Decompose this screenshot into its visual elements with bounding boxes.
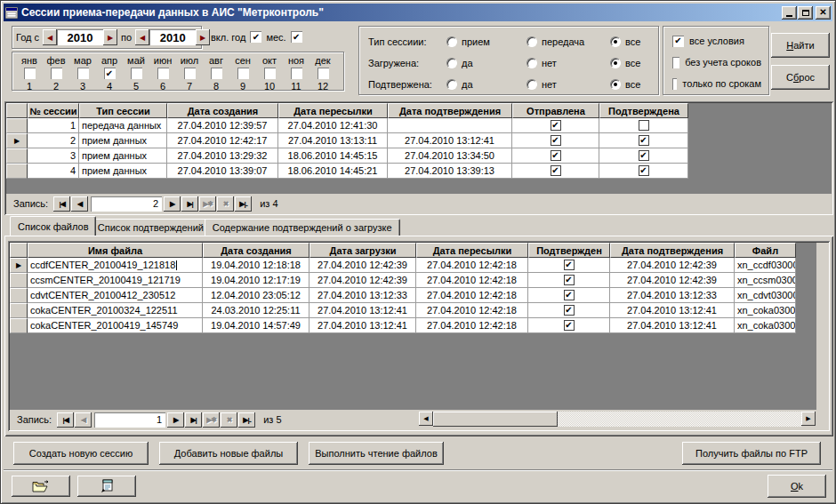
month-checkbox-3[interactable]: [77, 68, 89, 79]
radio-option[interactable]: нет: [527, 79, 557, 90]
checkbox-icon[interactable]: ✔: [639, 150, 649, 161]
column-header[interactable]: № сессии: [28, 103, 79, 118]
cell-checkbox[interactable]: ✔: [528, 258, 610, 273]
checkbox-icon[interactable]: ✔: [564, 260, 575, 270]
cell-checkbox[interactable]: ✔: [599, 133, 688, 148]
row-selector[interactable]: ▶: [6, 133, 28, 148]
tab-2[interactable]: Содержание подтверждений о загрузке: [205, 219, 400, 236]
nav-next-button[interactable]: ▶: [167, 412, 184, 428]
scrollbar-track[interactable]: [558, 412, 801, 427]
year-to-up-button[interactable]: ▶: [196, 29, 210, 45]
scrollbar-thumb[interactable]: [433, 412, 558, 427]
tab-1[interactable]: Список подтверждений: [90, 219, 212, 236]
cell-checkbox[interactable]: ✔: [528, 318, 610, 333]
incl-month-checkbox[interactable]: ✔: [291, 31, 302, 43]
month-checkbox-12[interactable]: [318, 68, 329, 79]
condition-checkbox-0[interactable]: ✔: [672, 36, 684, 47]
year-to-down-button[interactable]: ◀: [135, 29, 149, 45]
nav-next-button[interactable]: ▶: [164, 196, 181, 212]
row-selector[interactable]: ▶: [10, 258, 28, 273]
cell-checkbox[interactable]: ✔: [528, 288, 610, 303]
checkbox-icon[interactable]: ✔: [551, 165, 561, 176]
nav-last-button[interactable]: ▶|: [185, 412, 202, 428]
condition-checkbox-2[interactable]: [672, 78, 677, 90]
scroll-right-button[interactable]: ▶: [801, 412, 816, 426]
checkbox-icon[interactable]: ✔: [564, 305, 575, 316]
nav-prev-button[interactable]: ◀: [71, 196, 88, 212]
cell-checkbox[interactable]: ✔: [599, 148, 688, 164]
nav-first-button[interactable]: |◀: [53, 196, 70, 212]
radio-option[interactable]: прием: [446, 36, 490, 47]
create-session-button[interactable]: Создать новую сессию: [13, 442, 149, 465]
table-row[interactable]: cokaCENTER_20100419_14574919.04.2010 14:…: [10, 318, 796, 333]
radio-option[interactable]: все: [610, 36, 640, 47]
column-header[interactable]: Дата создания: [167, 103, 278, 118]
record-number-input[interactable]: 2: [91, 196, 162, 212]
checkbox-icon[interactable]: ✔: [564, 275, 575, 285]
checkbox-icon[interactable]: ✔: [551, 135, 561, 146]
cell-checkbox[interactable]: [599, 118, 688, 133]
month-checkbox-2[interactable]: [51, 68, 62, 79]
cell-checkbox[interactable]: ✔: [512, 164, 599, 179]
checkbox-icon[interactable]: ✔: [564, 320, 575, 331]
radio-option[interactable]: все: [610, 79, 640, 90]
cell-checkbox[interactable]: ✔: [599, 164, 688, 179]
radio-option[interactable]: передача: [527, 36, 584, 47]
year-from-down-button[interactable]: ◀: [43, 29, 57, 45]
checkbox-icon[interactable]: [639, 120, 649, 131]
tab-0[interactable]: Список файлов: [10, 216, 96, 236]
minimize-button[interactable]: [782, 6, 797, 20]
record-number-input[interactable]: 1: [94, 412, 165, 428]
radio-option[interactable]: нет: [527, 58, 557, 68]
checkbox-icon[interactable]: ✔: [639, 165, 649, 176]
month-checkbox-6[interactable]: [157, 68, 169, 79]
table-row[interactable]: cdvtCENTER_20100412_23051212.04.2010 23:…: [10, 288, 796, 303]
column-header[interactable]: Файл: [735, 243, 796, 258]
read-files-button[interactable]: Выполнить чтение файлов: [309, 442, 444, 465]
add-files-button[interactable]: Добавить новые файлы: [159, 442, 298, 465]
nav-first-button[interactable]: |◀: [57, 412, 74, 428]
get-files-ftp-button[interactable]: Получить файлы по FTP: [682, 442, 821, 465]
table-row[interactable]: ▶2прием данных27.04.2010 12:42:1727.04.2…: [6, 133, 688, 148]
column-header[interactable]: Подтвержден: [528, 243, 610, 258]
cell-checkbox[interactable]: ✔: [512, 133, 599, 148]
reset-button[interactable]: Сброс: [771, 65, 830, 90]
row-selector[interactable]: [10, 303, 28, 318]
row-selector[interactable]: [10, 318, 28, 333]
table-row[interactable]: ▶ccdfCENTER_20100419_12181819.04.2010 12…: [10, 258, 796, 273]
report-button[interactable]: [77, 476, 136, 497]
row-selector[interactable]: [6, 148, 28, 164]
condition-row-0[interactable]: ✔все условия: [672, 35, 761, 47]
nav-last-button[interactable]: ▶|: [181, 196, 198, 212]
close-button[interactable]: ✕: [816, 6, 831, 20]
checkbox-icon[interactable]: ✔: [564, 290, 575, 300]
checkbox-icon[interactable]: ✔: [551, 150, 561, 161]
table-row[interactable]: ccsmCENTER_20100419_12171919.04.2010 12:…: [10, 273, 796, 288]
cell-checkbox[interactable]: ✔: [528, 303, 610, 318]
radio-option[interactable]: все: [610, 58, 640, 68]
column-header[interactable]: Имя файла: [28, 243, 203, 258]
ok-button[interactable]: Ok: [768, 475, 826, 498]
row-selector[interactable]: [6, 118, 28, 133]
row-selector[interactable]: [10, 288, 28, 303]
cell-checkbox[interactable]: ✔: [528, 273, 610, 288]
month-checkbox-1[interactable]: [24, 68, 36, 79]
checkbox-icon[interactable]: ✔: [639, 135, 649, 146]
nav-goto-end-button[interactable]: ▶|..: [235, 196, 252, 212]
month-checkbox-9[interactable]: [237, 68, 249, 79]
table-row[interactable]: 1передача данных27.04.2010 12:39:5727.04…: [6, 118, 688, 133]
condition-checkbox-1[interactable]: [672, 57, 679, 68]
nav-goto-end-button[interactable]: ▶|..: [238, 412, 255, 428]
vertical-scrollbar[interactable]: [816, 243, 828, 410]
checkbox-icon[interactable]: ✔: [551, 120, 561, 131]
table-row[interactable]: cokaCENTER_20100324_12251124.03.2010 12:…: [10, 303, 796, 318]
row-selector[interactable]: [6, 164, 28, 179]
radio-option[interactable]: да: [446, 79, 473, 90]
table-row[interactable]: 4прием данных27.04.2010 13:39:0718.06.20…: [6, 164, 688, 179]
radio-option[interactable]: да: [446, 58, 473, 68]
maximize-button[interactable]: [798, 6, 813, 20]
column-header[interactable]: Дата подтверждения: [610, 243, 735, 258]
month-checkbox-10[interactable]: [264, 68, 276, 79]
month-checkbox-7[interactable]: [184, 68, 196, 79]
month-checkbox-4[interactable]: ✔: [104, 68, 116, 79]
